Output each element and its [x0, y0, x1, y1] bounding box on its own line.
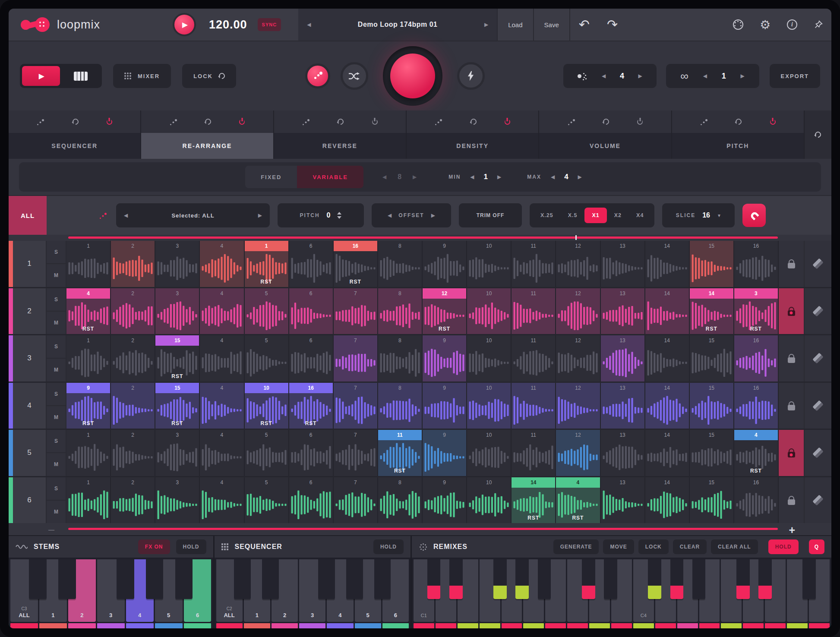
refresh-icon[interactable]	[734, 117, 743, 126]
lock-button[interactable]: LOCK	[182, 64, 236, 88]
solo-button[interactable]: S	[47, 335, 66, 359]
track-lock-button[interactable]	[779, 335, 805, 382]
step-up-icon[interactable]	[337, 212, 341, 214]
slice-cell[interactable]: 4RST	[556, 477, 600, 523]
slice-cell[interactable]: 13	[601, 477, 645, 523]
slice-cell[interactable]: 7	[334, 477, 378, 523]
speed-x.5[interactable]: X.5	[561, 208, 585, 223]
slice-cell[interactable]: 12	[556, 241, 600, 287]
track-lock-button[interactable]	[779, 288, 805, 334]
slice-cell[interactable]: 4RST	[734, 430, 779, 476]
track-lock-button[interactable]	[779, 241, 805, 287]
slice-cell[interactable]: 5	[245, 335, 289, 382]
min-value[interactable]: 1	[484, 173, 488, 181]
slice-cell[interactable]: 9	[423, 383, 467, 429]
speed-x4[interactable]: X4	[629, 208, 651, 223]
slice-cell[interactable]: 14	[645, 288, 690, 334]
power-icon[interactable]	[372, 119, 378, 125]
selected-prev-icon[interactable]: ◀	[124, 213, 128, 218]
slice-cell[interactable]: 10	[467, 288, 512, 334]
track-lock-button[interactable]	[779, 477, 805, 523]
slice-count-control[interactable]: SLICE 16 ▼	[662, 203, 735, 227]
load-button[interactable]: Load	[498, 9, 533, 41]
slice-cell[interactable]: 5	[245, 288, 289, 334]
offset-prev-icon[interactable]: ◀	[388, 213, 392, 218]
steps-prev-icon[interactable]: ◀	[382, 174, 386, 180]
slice-cell[interactable]: 15	[690, 383, 734, 429]
pitch-value[interactable]: 0	[327, 211, 331, 219]
slice-cell[interactable]: 14	[645, 430, 690, 476]
slice-cell[interactable]: 16	[734, 383, 779, 429]
step-down-icon[interactable]	[337, 216, 341, 219]
refresh-icon[interactable]	[204, 117, 212, 126]
min-next-icon[interactable]: ▶	[497, 174, 501, 180]
snap-button[interactable]	[742, 204, 766, 227]
slice-cell[interactable]: 1	[66, 477, 111, 523]
refresh-icon[interactable]	[469, 117, 478, 126]
slice-cell[interactable]: 13	[601, 288, 645, 334]
slice-cell[interactable]: 11	[512, 383, 556, 429]
solo-button[interactable]: S	[47, 383, 66, 406]
pin-button[interactable]	[814, 20, 823, 29]
slice-cell[interactable]: 15	[690, 335, 734, 382]
black-key[interactable]	[117, 559, 134, 599]
slice-cell[interactable]: 9	[423, 241, 467, 287]
black-key[interactable]	[374, 559, 391, 599]
sequencer-hold-toggle[interactable]: HOLD	[373, 539, 404, 554]
refresh-icon[interactable]	[602, 117, 610, 126]
slice-cell[interactable]: 2	[111, 241, 155, 287]
slice-cell[interactable]: 3	[155, 430, 200, 476]
fixed-button[interactable]: FIXED	[245, 166, 297, 188]
track-clear-button[interactable]	[805, 335, 831, 382]
variation-next-icon[interactable]: ▶	[638, 73, 642, 79]
slice-cell[interactable]: 11RST	[378, 430, 423, 476]
selected-next-icon[interactable]: ▶	[258, 213, 262, 218]
slice-cell[interactable]: 8	[378, 241, 423, 287]
slice-cell[interactable]: 16	[734, 335, 779, 382]
slice-cell[interactable]: 4	[200, 335, 244, 382]
black-key[interactable]	[29, 559, 47, 599]
black-key[interactable]	[234, 559, 251, 599]
slice-cell[interactable]: 15RST	[155, 335, 200, 382]
record-knob[interactable]	[383, 46, 442, 106]
mute-button[interactable]: M	[47, 453, 66, 476]
track-lock-button[interactable]	[779, 430, 805, 476]
tab-re-arrange[interactable]: RE-ARRANGE	[141, 110, 273, 159]
sync-button[interactable]: SYNC	[258, 18, 281, 31]
keys-view-button[interactable]	[62, 66, 100, 86]
slice-cell[interactable]: 8	[378, 477, 423, 523]
slice-cell[interactable]: 14	[645, 383, 690, 429]
tab-reverse[interactable]: REVERSE	[274, 110, 406, 159]
slice-cell[interactable]: 16	[734, 477, 779, 523]
slice-cell[interactable]: 12	[556, 335, 600, 382]
play-button[interactable]: ▶	[173, 13, 196, 36]
power-icon[interactable]	[239, 119, 245, 125]
slice-cell[interactable]: 14	[645, 335, 690, 382]
slice-cell[interactable]: 8	[378, 335, 423, 382]
black-key[interactable]	[758, 559, 772, 599]
black-key[interactable]	[318, 559, 335, 599]
slice-cell[interactable]: 3RST	[734, 288, 779, 334]
power-icon[interactable]	[637, 119, 643, 125]
power-icon[interactable]	[107, 119, 112, 125]
export-button[interactable]: EXPORT	[770, 64, 820, 88]
undo-button[interactable]: ↶	[570, 18, 598, 31]
shuffle-button[interactable]	[341, 62, 368, 90]
randomize-button[interactable]	[305, 63, 330, 88]
remixes-hold-toggle[interactable]: HOLD	[768, 539, 799, 554]
black-key[interactable]	[802, 559, 816, 599]
black-key[interactable]	[692, 559, 706, 599]
solo-button[interactable]: S	[47, 288, 66, 312]
mute-button[interactable]: M	[47, 359, 66, 381]
trigger-button[interactable]	[457, 62, 485, 90]
mute-button[interactable]: M	[47, 264, 66, 287]
track-clear-button[interactable]	[805, 477, 831, 523]
slice-cell[interactable]: 2	[111, 477, 155, 523]
slice-cell[interactable]: 11	[512, 335, 556, 382]
track-clear-button[interactable]	[805, 288, 831, 334]
remove-track-button[interactable]: —	[48, 526, 54, 533]
track-clear-button[interactable]	[805, 241, 831, 287]
loop-prev-icon[interactable]: ◀	[703, 73, 707, 79]
track-clear-button[interactable]	[805, 430, 831, 476]
black-key[interactable]	[449, 559, 463, 599]
